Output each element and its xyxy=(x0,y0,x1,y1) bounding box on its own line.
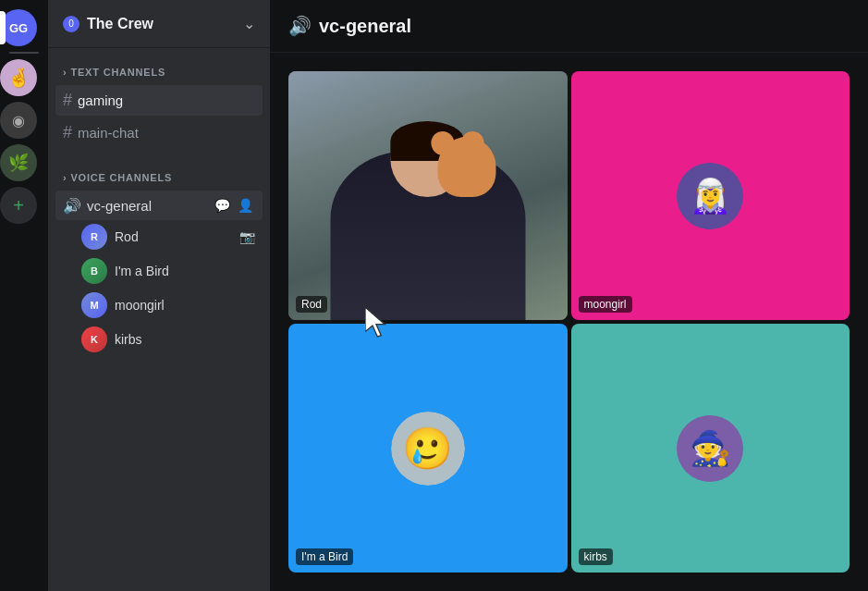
moongirl-avatar-center: 🧝‍♀️ xyxy=(677,163,743,229)
camera-icon-rod: 📷 xyxy=(239,229,255,244)
voice-channels-collapse-icon: › xyxy=(63,172,67,183)
server-header-left: 0 The Crew xyxy=(63,16,153,32)
vc-channel-header: 🔊 vc-general xyxy=(270,0,868,53)
kirbs-avatar-center: 🧙 xyxy=(677,415,743,482)
server-icon-green[interactable]: 🌿 xyxy=(0,144,37,181)
voice-channels-section: › VOICE CHANNELS 🔊 vc-general 💬 👤 R Rod … xyxy=(48,154,270,362)
avatar-rod: R xyxy=(81,224,107,250)
voice-channel-actions: 💬 👤 xyxy=(213,196,255,215)
server-slot-green[interactable]: 🌿 xyxy=(0,144,48,181)
hash-icon: # xyxy=(63,91,72,110)
server-slot-add[interactable]: + xyxy=(0,187,48,224)
avatar-moongirl: M xyxy=(81,292,107,318)
username-rod: Rod xyxy=(115,229,232,244)
kirbs-label: kirbs xyxy=(579,548,613,565)
server-slot-gg[interactable]: GG xyxy=(0,9,48,46)
avatar-bird: B xyxy=(81,258,107,284)
server-icon-dark[interactable]: ◉ xyxy=(0,102,37,139)
moongirl-label: moongirl xyxy=(579,296,632,313)
channel-gaming[interactable]: # gaming xyxy=(55,85,263,116)
server-header[interactable]: 0 The Crew ⌄ xyxy=(48,0,270,48)
voice-channels-header[interactable]: › VOICE CHANNELS xyxy=(55,168,263,187)
mouse-cursor xyxy=(365,307,395,344)
channel-main-chat[interactable]: # main-chat xyxy=(55,117,263,148)
speaker-icon: 🔊 xyxy=(63,197,81,215)
vc-general-channel[interactable]: 🔊 vc-general 💬 👤 xyxy=(55,191,263,220)
server-icon-hand[interactable]: 🤞 xyxy=(0,59,37,96)
server-icon-gg[interactable]: GG xyxy=(0,9,37,46)
vc-general-name: vc-general xyxy=(87,198,207,214)
avatar-kirbs: K xyxy=(81,326,107,352)
boost-icon: 0 xyxy=(63,16,79,32)
channel-name-main-chat: main-chat xyxy=(78,125,139,141)
video-tile-bird[interactable]: 🥲 I'm a Bird xyxy=(288,324,568,573)
video-tile-kirbs[interactable]: 🧙 kirbs xyxy=(571,324,850,573)
bird-label: I'm a Bird xyxy=(296,548,353,565)
channel-sidebar: 0 The Crew ⌄ › TEXT CHANNELS # gaming # … xyxy=(48,0,270,591)
server-divider xyxy=(9,52,39,54)
rod-label: Rod xyxy=(296,296,327,313)
video-tile-rod[interactable]: Rod xyxy=(288,71,568,320)
username-moongirl: moongirl xyxy=(115,298,255,313)
text-channels-label: TEXT CHANNELS xyxy=(70,67,165,78)
main-content: 🔊 vc-general xyxy=(270,0,868,591)
chevron-down-icon[interactable]: ⌄ xyxy=(243,15,255,32)
username-bird: I'm a Bird xyxy=(115,264,255,278)
vc-general-container: 🔊 vc-general 💬 👤 R Rod 📷 B I'm a Bird M … xyxy=(55,191,263,356)
chat-bubble-icon[interactable]: 💬 xyxy=(213,196,232,215)
vc-channel-title: vc-general xyxy=(319,16,411,37)
video-grid: Rod 🧝‍♀️ moongirl 🥲 I'm a Bird 🧙 kirbs xyxy=(270,53,868,591)
add-user-icon[interactable]: 👤 xyxy=(236,196,255,215)
voice-channels-label: VOICE CHANNELS xyxy=(70,172,172,183)
text-channels-section: › TEXT CHANNELS # gaming # main-chat xyxy=(48,48,270,154)
bird-avatar-center: 🥲 xyxy=(391,412,465,486)
server-list: GG 🤞 ◉ 🌿 + xyxy=(0,0,48,591)
channel-name-gaming: gaming xyxy=(78,92,123,108)
voice-user-bird[interactable]: B I'm a Bird xyxy=(55,254,263,288)
text-channels-header[interactable]: › TEXT CHANNELS xyxy=(55,63,263,81)
username-kirbs: kirbs xyxy=(115,332,255,347)
text-channels-collapse-icon: › xyxy=(63,67,67,78)
voice-user-moongirl[interactable]: M moongirl xyxy=(55,289,263,322)
svg-marker-0 xyxy=(365,307,385,337)
server-slot-hand[interactable]: 🤞 xyxy=(0,59,48,96)
server-name: The Crew xyxy=(87,16,153,32)
video-tile-moongirl[interactable]: 🧝‍♀️ moongirl xyxy=(571,71,850,320)
voice-user-kirbs[interactable]: K kirbs xyxy=(55,323,263,356)
voice-user-rod[interactable]: R Rod 📷 xyxy=(55,220,263,253)
hash-icon-2: # xyxy=(63,123,72,142)
server-slot-dark[interactable]: ◉ xyxy=(0,102,48,139)
add-server-button[interactable]: + xyxy=(0,187,37,224)
vc-header-speaker-icon: 🔊 xyxy=(288,15,312,37)
